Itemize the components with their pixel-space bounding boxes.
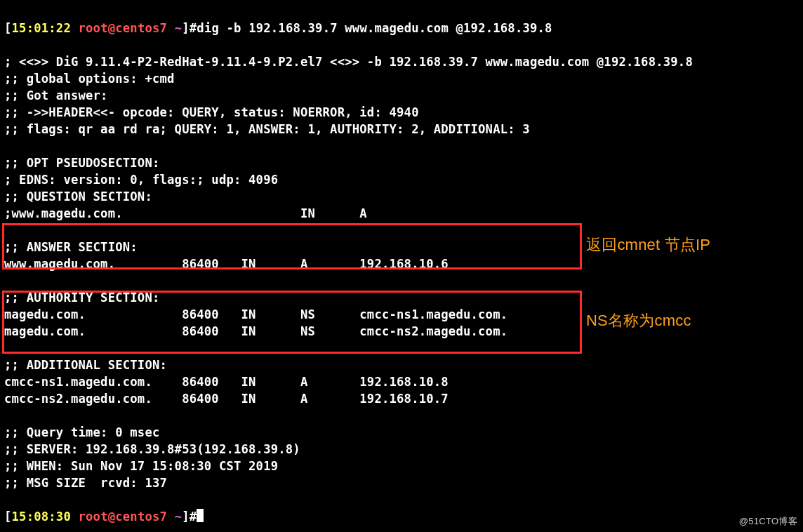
output-line: ;; global options: +cmd <box>4 72 175 86</box>
output-line: ;; WHEN: Sun Nov 17 15:08:30 CST 2019 <box>4 459 278 473</box>
output-line: ; EDNS: version: 0, flags:; udp: 4096 <box>4 173 278 187</box>
bracket: [ <box>4 510 12 524</box>
annotation-label-answer: 返回cmnet 节点IP <box>586 237 710 253</box>
output-line: ; <<>> DiG 9.11.4-P2-RedHat-9.11.4-9.P2.… <box>4 55 693 69</box>
answer-section-header: ;; ANSWER SECTION: <box>4 240 138 254</box>
cwd: ~ <box>175 510 182 524</box>
cursor <box>197 509 204 522</box>
time: 15:01:22 <box>12 21 71 35</box>
answer-record: www.magedu.com. 86400 IN A 192.168.10.6 <box>4 257 449 271</box>
userhost: root@centos7 <box>79 21 168 35</box>
cwd: ~ <box>175 21 182 35</box>
annotation-label-ns: NS名称为cmcc <box>586 312 691 329</box>
ns-record: magedu.com. 86400 IN NS cmcc-ns1.magedu.… <box>4 307 507 321</box>
output-line: ;; QUESTION SECTION: <box>4 189 152 204</box>
additional-record: cmcc-ns2.magedu.com. 86400 IN A 192.168.… <box>4 392 449 406</box>
output-line: ;; SERVER: 192.168.39.8#53(192.168.39.8) <box>4 442 300 456</box>
output-line: ;www.magedu.com. IN A <box>4 206 367 220</box>
output-line: ;; Query time: 0 msec <box>4 425 160 439</box>
command: dig -b 192.168.39.7 www.magedu.com @192.… <box>197 21 552 35</box>
additional-record: cmcc-ns1.magedu.com. 86400 IN A 192.168.… <box>4 375 449 389</box>
output-line: ;; Got answer: <box>4 88 108 102</box>
output-line: ;; MSG SIZE rcvd: 137 <box>4 476 167 490</box>
marker: ]# <box>182 510 197 524</box>
userhost: root@centos7 <box>79 510 168 524</box>
terminal[interactable]: [15:01:22 root@centos7 ~]#dig -b 192.168… <box>0 0 803 532</box>
output-line: ;; flags: qr aa rd ra; QUERY: 1, ANSWER:… <box>4 122 530 136</box>
authority-section-header: ;; AUTHORITY SECTION: <box>4 291 160 305</box>
output-line: ;; ->>HEADER<<- opcode: QUERY, status: N… <box>4 105 419 119</box>
bracket: [ <box>4 21 12 35</box>
output-line: ;; OPT PSEUDOSECTION: <box>4 156 160 170</box>
ns-record: magedu.com. 86400 IN NS cmcc-ns2.magedu.… <box>4 324 507 338</box>
additional-section-header: ;; ADDITIONAL SECTION: <box>4 358 167 372</box>
marker: ]# <box>182 21 197 35</box>
time: 15:08:30 <box>12 510 71 524</box>
